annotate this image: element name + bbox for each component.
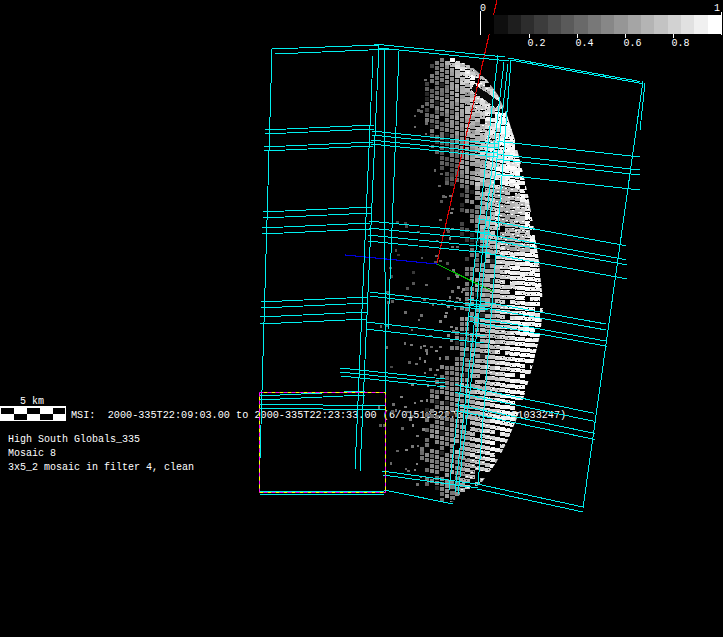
svg-text:5 km: 5 km	[20, 396, 44, 407]
svg-text:0.8: 0.8	[671, 38, 689, 49]
svg-text:Mosaic 8: Mosaic 8	[8, 448, 56, 459]
svg-text:1: 1	[714, 3, 720, 14]
svg-text:0.4: 0.4	[575, 38, 593, 49]
svg-text:0.6: 0.6	[623, 38, 641, 49]
svg-text:0: 0	[480, 3, 486, 14]
svg-text:0.2: 0.2	[527, 38, 545, 49]
svg-text:High South Globals_335: High South Globals_335	[8, 434, 140, 445]
svg-text:3x5_2 mosaic in filter 4, clea: 3x5_2 mosaic in filter 4, clean	[8, 462, 194, 473]
